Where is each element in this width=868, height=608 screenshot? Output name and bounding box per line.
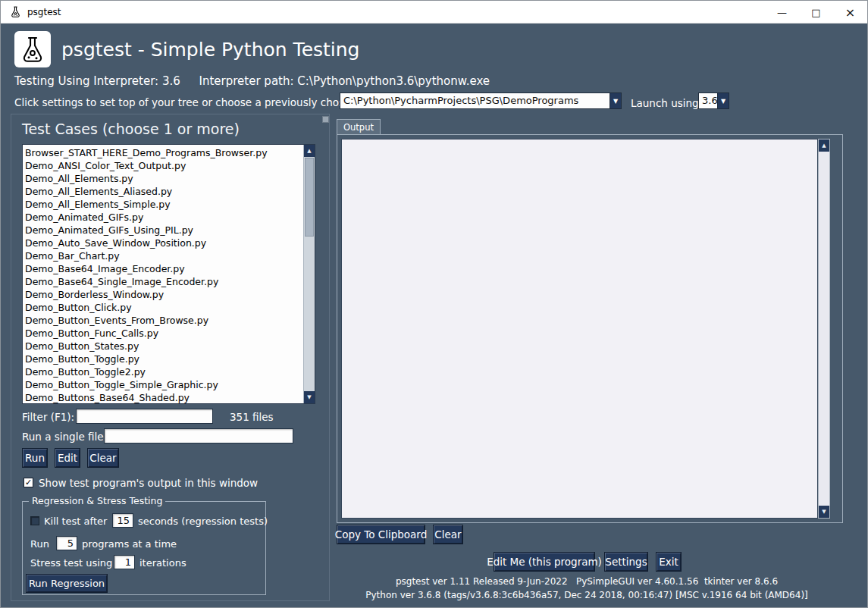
list-item[interactable]: Demo_Base64_Single_Image_Encoder.py <box>25 275 303 288</box>
launch-combo-dropdown-button[interactable]: ▼ <box>717 93 729 108</box>
output-multiline[interactable] <box>341 139 818 519</box>
test-cases-title: Test Cases (choose 1 or more) <box>22 121 240 137</box>
regression-groupbox: Regression & Stress Testing Kill test af… <box>22 501 266 595</box>
launch-version-combo[interactable]: 3.6 ▼ <box>698 92 729 109</box>
scroll-down-icon: ▼ <box>307 394 311 400</box>
list-item[interactable]: Demo_Bar_Chart.py <box>25 249 303 262</box>
list-item[interactable]: Demo_Button_States.py <box>25 340 303 353</box>
kill-seconds-input[interactable] <box>112 513 133 528</box>
edit-button[interactable]: Edit <box>55 448 80 468</box>
copy-to-clipboard-button[interactable]: Copy To Clipboard <box>337 525 425 544</box>
run-suffix-label: programs at a time <box>82 538 177 550</box>
list-item[interactable]: Demo_Animated_GIFs.py <box>25 211 303 224</box>
folder-combo-value[interactable]: C:\Python\PycharmProjects\PSG\DemoProgra… <box>340 93 609 108</box>
scroll-down-icon: ▼ <box>822 509 826 515</box>
single-file-label: Run a single file: <box>22 431 107 443</box>
chevron-down-icon: ▼ <box>613 98 618 105</box>
list-item[interactable]: Demo_Button_Events_From_Browse.py <box>25 314 303 327</box>
launch-using-label: Launch using <box>631 97 699 109</box>
list-item[interactable]: Demo_Button_Toggle.py <box>25 353 303 365</box>
list-item[interactable]: Demo_All_Elements.py <box>25 172 303 185</box>
show-output-checkbox[interactable]: ✓ <box>24 478 33 487</box>
exit-button[interactable]: Exit <box>656 552 682 572</box>
run-button[interactable]: Run <box>22 448 48 468</box>
scroll-down-button[interactable]: ▼ <box>304 391 315 403</box>
interpreter-version-label: Testing Using Interpreter: 3.6 <box>14 74 180 88</box>
scroll-up-icon: ▲ <box>307 148 311 154</box>
kill-test-label: Kill test after <box>44 516 107 527</box>
single-file-input[interactable] <box>104 428 293 443</box>
list-item[interactable]: Demo_Borderless_Window.py <box>25 288 303 301</box>
version-line-2: Python ver 3.6.8 (tags/v3.6.8:3c6b436a57… <box>321 590 852 600</box>
list-item[interactable]: Demo_Auto_Save_Window_Position.py <box>25 237 303 249</box>
scroll-up-button[interactable]: ▲ <box>304 145 315 157</box>
launch-version-value[interactable]: 3.6 <box>699 93 717 108</box>
output-scrollbar[interactable]: ▲ ▼ <box>818 139 830 519</box>
filter-label: Filter (F1): <box>22 411 74 423</box>
minimize-icon: — <box>777 7 787 18</box>
close-button[interactable]: × <box>833 1 867 24</box>
scroll-up-icon: ▲ <box>822 143 826 149</box>
titlebar: psgtest — □ × <box>1 1 867 24</box>
list-item[interactable]: Demo_Buttons_Base64_Shaded.py <box>25 391 303 403</box>
minimize-button[interactable]: — <box>765 1 799 24</box>
list-item[interactable]: Demo_Button_Click.py <box>25 301 303 314</box>
interpreter-path-label: Interpreter path: C:\Python\python3.6\py… <box>199 74 490 88</box>
clear-button[interactable]: Clear <box>87 448 119 468</box>
edit-me-button[interactable]: Edit Me (this program) <box>494 552 595 572</box>
list-item[interactable]: Browser_START_HERE_Demo_Programs_Browser… <box>25 146 303 159</box>
page-title: psgtest - Simple Python Testing <box>61 39 360 61</box>
list-item[interactable]: Demo_Base64_Image_Encoder.py <box>25 262 303 275</box>
regression-group-title: Regression & Stress Testing <box>29 495 165 506</box>
check-icon: ✓ <box>25 478 32 487</box>
list-item[interactable]: Demo_Button_Func_Calls.py <box>25 327 303 340</box>
run-regression-button[interactable]: Run Regression <box>26 574 108 593</box>
window-title: psgtest <box>27 7 61 17</box>
scroll-down-button[interactable]: ▼ <box>819 506 829 518</box>
stress-iterations-input[interactable] <box>114 555 135 569</box>
list-item[interactable]: Demo_All_Elements_Aliased.py <box>25 185 303 198</box>
test-cases-list: Browser_START_HERE_Demo_Programs_Browser… <box>23 145 303 403</box>
file-count-label: 351 files <box>230 411 274 423</box>
stress-suffix-label: iterations <box>139 557 186 569</box>
folder-combo-dropdown-button[interactable]: ▼ <box>609 93 621 108</box>
flask-logo-badge <box>14 31 51 67</box>
kill-suffix-label: seconds (regression tests) <box>138 516 268 527</box>
panel-grip <box>322 116 329 123</box>
version-line-1: psgtest ver 1.11 Released 9-Jun-2022 PyS… <box>321 576 852 587</box>
folder-instructions-label: Click settings to set top of your tree o… <box>14 96 390 108</box>
run-count-input[interactable] <box>56 536 77 550</box>
chevron-down-icon: ▼ <box>721 98 725 105</box>
show-output-label: Show test program's output in this windo… <box>39 477 258 489</box>
stress-test-label: Stress test using <box>30 557 112 569</box>
list-item[interactable]: Demo_Button_Toggle_Simple_Graphic.py <box>25 378 303 391</box>
tab-output[interactable]: Output <box>337 119 381 134</box>
flask-app-icon <box>9 5 22 18</box>
scroll-up-button[interactable]: ▲ <box>819 139 829 152</box>
filter-input[interactable] <box>76 409 213 424</box>
flask-icon <box>17 34 48 64</box>
maximize-button[interactable]: □ <box>799 1 833 24</box>
list-item[interactable]: Demo_Animated_GIFs_Using_PIL.py <box>25 224 303 237</box>
scrollbar-thumb[interactable] <box>305 158 314 237</box>
app-window: psgtest — □ × psgtest - Simple Python Te… <box>0 0 868 608</box>
list-item[interactable]: Demo_All_Elements_Simple.py <box>25 198 303 211</box>
maximize-icon: □ <box>811 7 820 18</box>
kill-test-checkbox[interactable] <box>30 516 39 525</box>
close-icon: × <box>845 5 855 20</box>
settings-button[interactable]: Settings <box>604 552 648 572</box>
output-clear-button[interactable]: Clear <box>433 525 463 544</box>
folder-combo[interactable]: C:\Python\PycharmProjects\PSG\DemoProgra… <box>340 92 622 109</box>
test-cases-listbox[interactable]: Browser_START_HERE_Demo_Programs_Browser… <box>22 144 315 404</box>
run-count-label: Run <box>30 538 49 550</box>
list-item[interactable]: Demo_Button_Toggle2.py <box>25 365 303 378</box>
window-controls: — □ × <box>765 1 867 24</box>
list-item[interactable]: Demo_ANSI_Color_Text_Output.py <box>25 159 303 172</box>
interpreter-line: Testing Using Interpreter: 3.6 Interpret… <box>14 74 490 88</box>
listbox-scrollbar[interactable]: ▲ ▼ <box>303 145 315 403</box>
